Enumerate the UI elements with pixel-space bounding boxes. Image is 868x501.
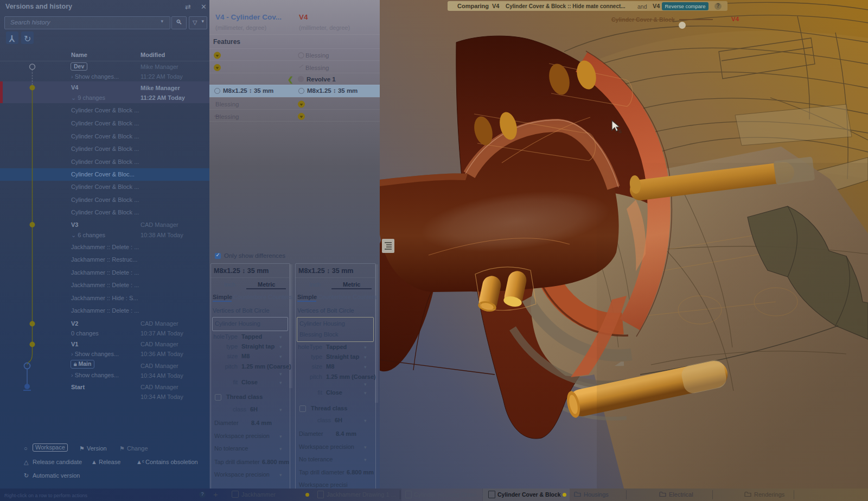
svg-text:S: S xyxy=(618,129,622,134)
